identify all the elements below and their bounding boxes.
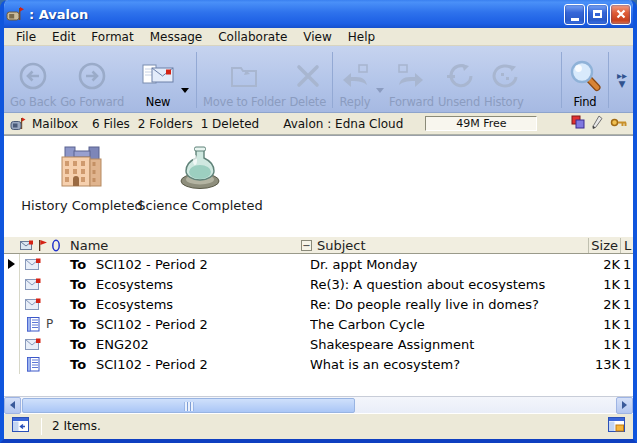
row-to-label: To: [70, 297, 96, 312]
forward-button[interactable]: Forward: [387, 50, 436, 110]
menu-file[interactable]: File: [8, 30, 44, 44]
row-to-label: To: [70, 277, 96, 292]
new-dropdown-arrow-icon[interactable]: [181, 88, 189, 93]
free-space-label: 49M Free: [456, 117, 506, 130]
row-size: 2K: [588, 257, 620, 272]
table-row[interactable]: To SCI102 - Period 2 Dr. appt Monday 2K …: [4, 254, 633, 274]
move-to-folder-icon: [229, 57, 259, 95]
scroll-right-button[interactable]: [616, 397, 633, 414]
go-forward-button[interactable]: Go Forward: [58, 50, 126, 110]
flag-column-icon[interactable]: [36, 239, 49, 252]
column-header-subject[interactable]: − Subject: [301, 238, 588, 253]
items-count: 2 Items.: [52, 419, 101, 433]
menu-collaborate[interactable]: Collaborate: [210, 30, 295, 44]
row-subject: Re: Do people really live in domes?: [310, 297, 588, 312]
deleted-count: 1 Deleted: [201, 117, 260, 131]
icon-label: History Completed: [21, 198, 142, 213]
toolbar-separator: [561, 52, 562, 108]
key-icon[interactable]: [610, 117, 627, 131]
maximize-button[interactable]: [587, 4, 608, 25]
science-flask-icon: [174, 144, 226, 194]
row-size: 1K: [588, 337, 620, 352]
delete-button[interactable]: Delete: [287, 50, 328, 110]
unsend-button[interactable]: Unsend: [436, 50, 482, 110]
delete-label: Delete: [289, 95, 326, 109]
row-size: 1K: [588, 317, 620, 332]
table-row[interactable]: To SCI102 - Period 2 What is an ecosyste…: [4, 354, 633, 374]
move-to-folder-button[interactable]: Move to Folder: [201, 50, 287, 110]
message-type-column-icon[interactable]: [18, 240, 36, 251]
document-icon: [20, 317, 46, 332]
subject-header-label: Subject: [317, 238, 366, 253]
go-forward-icon: [77, 57, 107, 95]
free-space-indicator: 49M Free: [425, 116, 537, 131]
menu-edit[interactable]: Edit: [44, 30, 83, 44]
history-button[interactable]: History: [482, 50, 526, 110]
mailbox-label: Mailbox: [32, 117, 78, 131]
row-size: 13K: [588, 357, 620, 372]
table-row[interactable]: To Ecosystems Re: Do people really live …: [4, 294, 633, 314]
unsend-label: Unsend: [438, 95, 480, 109]
menu-view[interactable]: View: [295, 30, 339, 44]
row-subject: What is an ecosystem?: [310, 357, 588, 372]
find-label: Find: [574, 95, 597, 109]
reply-dropdown-arrow-icon[interactable]: [376, 88, 384, 93]
row-name: Ecosystems: [96, 277, 310, 292]
toolbar: Go Back Go Forward New: [4, 46, 633, 113]
message-icon: [20, 278, 46, 291]
reply-button[interactable]: Reply: [337, 50, 373, 110]
menu-format[interactable]: Format: [83, 30, 141, 44]
reply-icon: [339, 57, 371, 95]
move-to-folder-label: Move to Folder: [203, 95, 285, 109]
maximize-icon: [593, 10, 602, 18]
message-icon: [20, 298, 46, 311]
minimize-button[interactable]: [564, 4, 585, 25]
info-bar: Mailbox 6 Files 2 Folders 1 Deleted Aval…: [4, 113, 633, 135]
column-header-last-modified[interactable]: L: [620, 238, 633, 253]
row-name: Ecosystems: [96, 297, 310, 312]
table-row[interactable]: P To SCI102 - Period 2 The Carbon Cycle …: [4, 314, 633, 334]
collapse-icon[interactable]: −: [301, 240, 312, 251]
menu-message[interactable]: Message: [142, 30, 211, 44]
go-forward-label: Go Forward: [60, 95, 124, 109]
go-back-button[interactable]: Go Back: [8, 50, 58, 110]
mailbox-content: History Completed Science Completed: [4, 135, 633, 396]
minimize-icon: [571, 18, 579, 21]
pencil-icon[interactable]: [592, 115, 603, 132]
title-bar[interactable]: : Avalon: [0, 0, 637, 28]
toolbar-overflow-chevron-icon[interactable]: ▸▸ ▼: [613, 50, 631, 110]
find-button[interactable]: Find: [566, 50, 604, 110]
row-date: 1: [620, 257, 633, 272]
window-title: : Avalon: [29, 7, 564, 22]
row-to-label: To: [70, 257, 96, 272]
menu-help[interactable]: Help: [340, 30, 383, 44]
new-label: New: [146, 95, 170, 109]
table-row[interactable]: To ENG202 Shakespeare Assignment 1K 1: [4, 334, 633, 354]
horizontal-scrollbar[interactable]: [4, 396, 633, 413]
reply-label: Reply: [340, 95, 371, 109]
row-name: ENG202: [96, 337, 310, 352]
table-row[interactable]: To Ecosystems Re(3): A question about ec…: [4, 274, 633, 294]
folder-history-completed[interactable]: History Completed: [18, 144, 146, 213]
close-icon: [615, 8, 627, 20]
toggle-panel-icon[interactable]: [12, 417, 29, 435]
toolbar-separator: [332, 52, 333, 108]
close-button[interactable]: [610, 4, 631, 25]
column-header-size[interactable]: Size: [588, 238, 620, 253]
attachment-paperclip-icon[interactable]: [49, 239, 63, 252]
row-to-label: To: [70, 317, 96, 332]
toolbar-separator: [196, 52, 197, 108]
new-button[interactable]: New: [138, 50, 178, 110]
scrollbar-thumb[interactable]: [22, 398, 355, 413]
new-message-icon: [140, 57, 176, 95]
row-subject: Dr. appt Monday: [310, 257, 588, 272]
layers-icon[interactable]: [571, 115, 585, 132]
folder-science-completed[interactable]: Science Completed: [136, 144, 264, 213]
document-icon: [20, 357, 46, 372]
column-header-name[interactable]: Name: [63, 238, 301, 253]
application-window: : Avalon File Edit Format Message Collab…: [0, 0, 637, 443]
layout-view-icon[interactable]: [608, 417, 625, 435]
row-date: 1: [620, 297, 633, 312]
scroll-left-button[interactable]: [4, 397, 21, 414]
history-icon: [489, 57, 519, 95]
